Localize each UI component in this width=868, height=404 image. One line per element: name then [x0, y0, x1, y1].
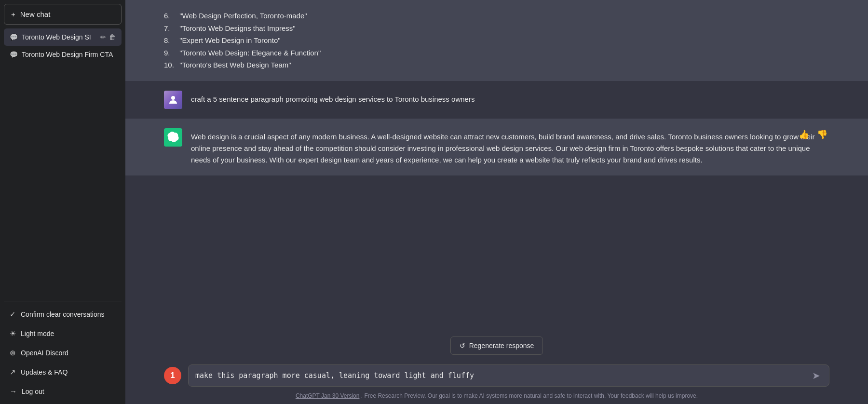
list-item-8: 8. "Expert Web Design in Toronto" [164, 34, 829, 47]
version-link[interactable]: ChatGPT Jan 30 Version [296, 392, 360, 399]
discord-button[interactable]: ⊛ OpenAI Discord [4, 344, 122, 362]
sidebar-footer: ✓ Confirm clear conversations ☀ Light mo… [4, 305, 122, 400]
user-number-badge: 1 [164, 367, 181, 384]
regenerate-label: Regenerate response [469, 342, 534, 350]
confirm-clear-label: Confirm clear conversations [21, 310, 105, 318]
thumbs-down-button[interactable]: 👎 [815, 128, 829, 141]
discord-icon: ⊛ [10, 349, 16, 357]
sun-icon: ☀ [10, 329, 16, 338]
regenerate-area: ↺ Regenerate response [125, 329, 868, 360]
regenerate-button[interactable]: ↺ Regenerate response [450, 337, 543, 355]
user-avatar-image [164, 91, 182, 109]
avatar-svg [167, 94, 179, 106]
ai-message-actions: 👍 👎 [797, 128, 829, 141]
main-content: 6. "Web Design Perfection, Toronto-made"… [125, 0, 868, 404]
light-mode-button[interactable]: ☀ Light mode [4, 324, 122, 343]
confirm-clear-button[interactable]: ✓ Confirm clear conversations [4, 305, 122, 323]
updates-faq-label: Updates & FAQ [21, 368, 68, 376]
input-box-wrapper: ➤ [188, 364, 829, 387]
conversation-label-2: Toronto Web Design Firm CTA [22, 51, 116, 58]
user-message-text: craft a 5 sentence paragraph promoting w… [191, 91, 475, 105]
logout-icon: → [10, 387, 17, 395]
thumbs-up-button[interactable]: 👍 [797, 128, 811, 141]
chat-icon: 💬 [10, 33, 18, 41]
delete-icon[interactable]: 🗑 [109, 33, 116, 41]
edit-icon[interactable]: ✏ [100, 33, 106, 41]
chatgpt-logo-icon [167, 132, 179, 143]
chat-messages: 6. "Web Design Perfection, Toronto-made"… [125, 0, 868, 329]
logout-label: Log out [22, 388, 44, 395]
sidebar: + New chat 💬 Toronto Web Design SI ✏ 🗑 💬… [0, 0, 125, 404]
list-item-6: 6. "Web Design Perfection, Toronto-made" [164, 10, 829, 22]
regenerate-icon: ↺ [460, 342, 465, 350]
new-chat-button[interactable]: + New chat [4, 4, 122, 25]
checkmark-icon: ✓ [10, 310, 16, 319]
sidebar-divider [4, 301, 122, 301]
discord-label: OpenAI Discord [21, 349, 68, 357]
message-input[interactable] [195, 371, 805, 380]
list-item-10: 10. "Toronto's Best Web Design Team" [164, 59, 829, 71]
conversation-label-1: Toronto Web Design SI [22, 33, 96, 41]
footer-note: ChatGPT Jan 30 Version . Free Research P… [125, 390, 868, 404]
send-icon: ➤ [812, 370, 820, 381]
plus-icon: + [11, 10, 15, 18]
send-button[interactable]: ➤ [810, 370, 822, 381]
conversation-actions: ✏ 🗑 [100, 33, 116, 41]
light-mode-label: Light mode [21, 330, 54, 337]
new-chat-label: New chat [20, 10, 51, 18]
user-avatar [164, 91, 182, 109]
external-link-icon: ↗ [10, 368, 16, 377]
conversation-list: 💬 Toronto Web Design SI ✏ 🗑 💬 Toronto We… [4, 28, 122, 297]
numbered-list-block: 6. "Web Design Perfection, Toronto-made"… [125, 0, 868, 81]
ai-message-block: Web design is a crucial aspect of any mo… [125, 119, 868, 175]
list-item-7: 7. "Toronto Web Designs that Impress" [164, 22, 829, 35]
conversation-item-1[interactable]: 💬 Toronto Web Design SI ✏ 🗑 [4, 28, 122, 46]
chat-icon-2: 💬 [10, 51, 18, 58]
numbered-list: 6. "Web Design Perfection, Toronto-made"… [164, 10, 829, 71]
logout-button[interactable]: → Log out [4, 382, 122, 400]
input-area: 1 ➤ [125, 360, 868, 390]
ai-message-text: Web design is a crucial aspect of any mo… [191, 128, 829, 166]
footer-note-text: . Free Research Preview. Our goal is to … [361, 392, 698, 399]
ai-avatar [164, 128, 182, 147]
conversation-item-2[interactable]: 💬 Toronto Web Design Firm CTA [4, 46, 122, 63]
list-item-9: 9. "Toronto Web Design: Elegance & Funct… [164, 47, 829, 59]
svg-point-0 [171, 96, 175, 100]
user-message-block: craft a 5 sentence paragraph promoting w… [125, 81, 868, 119]
updates-faq-button[interactable]: ↗ Updates & FAQ [4, 363, 122, 381]
